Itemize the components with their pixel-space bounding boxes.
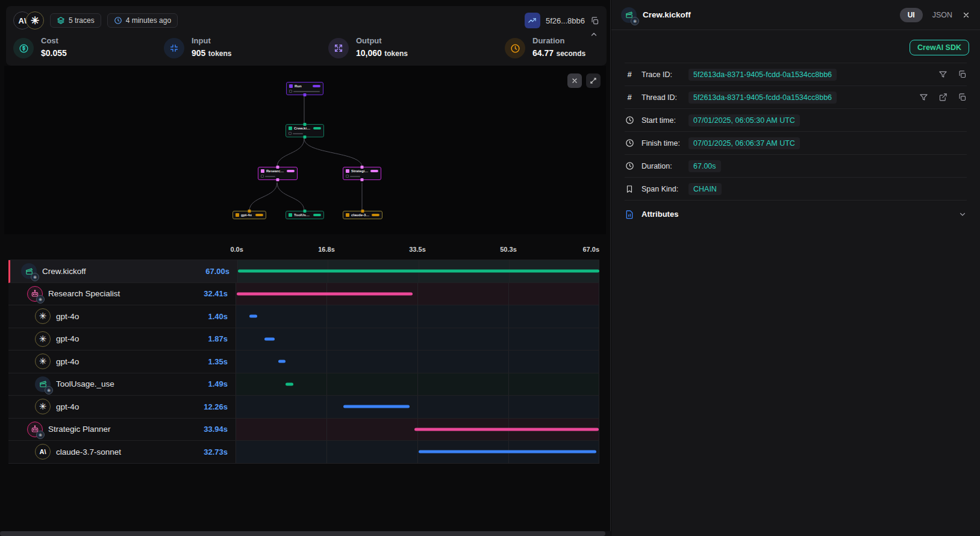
horizontal-scrollbar[interactable] — [0, 531, 611, 536]
chevron-down-icon — [958, 210, 967, 219]
collapse-chevron-up-icon[interactable] — [590, 30, 598, 39]
detail-row-icon — [625, 185, 634, 193]
span-bar — [237, 292, 413, 295]
panel-close-icon[interactable] — [962, 11, 970, 19]
graph-node-run[interactable]: Run — [286, 82, 323, 95]
node-label: Crew.kickoff — [294, 126, 311, 130]
stat-value: 64.77 — [532, 48, 554, 58]
traces-count-label: 5 traces — [69, 16, 95, 25]
filter-icon[interactable] — [938, 70, 947, 79]
waterfall-row[interactable]: ◉ Research Specialist 32.41s — [8, 283, 599, 306]
node-handle — [361, 178, 364, 181]
detail-row-actions — [919, 93, 967, 102]
node-type-icon — [261, 169, 264, 173]
row-icon: ◉ — [27, 422, 43, 437]
span-bar — [414, 428, 599, 431]
hash-icon: # — [627, 70, 631, 79]
sdk-row: CrewAI SDK — [611, 30, 980, 63]
tab-json[interactable]: JSON — [932, 11, 952, 19]
openai-icon: ✳ — [35, 399, 51, 414]
node-badge — [313, 127, 321, 129]
node-handle — [276, 178, 279, 181]
node-type-icon — [346, 169, 349, 173]
waterfall-row[interactable]: ✳ gpt-4o 1.87s — [8, 328, 599, 351]
stat-suffix: seconds — [557, 49, 586, 58]
detail-row: Span Kind: CHAIN — [625, 177, 967, 200]
graph-node-claude[interactable]: claude-3.7-sonnet — [343, 211, 382, 219]
trace-graph-canvas[interactable]: Run Crew.kickoff Research Speciali Stra — [4, 66, 606, 234]
attributes-label: Attributes — [641, 210, 678, 219]
row-icon: ✳ — [35, 331, 51, 347]
detail-row-label: Duration: — [641, 162, 688, 170]
waterfall-row[interactable]: ✳ gpt-4o 1.35s — [8, 351, 599, 373]
stat-input: Input 905 tokens — [164, 36, 328, 58]
copy-icon[interactable] — [958, 93, 967, 102]
waterfall-row[interactable]: ✳ gpt-4o 12.26s — [8, 396, 599, 419]
graph-node-crew-kickoff[interactable]: Crew.kickoff — [286, 124, 324, 137]
node-label: ToolUsage._use — [294, 213, 311, 217]
stat-suffix: tokens — [384, 49, 408, 58]
row-icon: ✳ — [35, 308, 51, 324]
copy-trace-id-icon[interactable] — [590, 16, 599, 25]
row-icon: ◉ — [21, 263, 37, 279]
copy-icon[interactable] — [958, 70, 967, 79]
span-name: gpt-4o — [56, 312, 202, 321]
tab-ui[interactable]: UI — [900, 8, 923, 22]
provider-avatars: A\ ✳ — [13, 11, 44, 30]
span-duration: 67.00s — [205, 267, 229, 276]
external-link-icon[interactable] — [938, 93, 947, 102]
node-handle — [248, 210, 251, 213]
span-duration: 1.35s — [208, 357, 228, 366]
attributes-section-header[interactable]: Attributes — [625, 200, 967, 228]
span-bar — [264, 337, 275, 340]
node-handle — [304, 136, 307, 139]
graph-close-button[interactable] — [567, 73, 582, 88]
waterfall-row[interactable]: ✳ gpt-4o 1.40s — [8, 305, 599, 328]
axis-tick-label: 16.8s — [318, 246, 335, 253]
waterfall-row[interactable]: A\ claude-3.7-sonnet 32.73s — [8, 441, 599, 464]
graph-node-tool-usage[interactable]: ToolUsage._use — [286, 211, 324, 219]
detail-row-value: 07/01/2025, 06:06:37 AM UTC — [688, 137, 800, 149]
row-icon: ✳ — [35, 399, 51, 414]
trend-button[interactable] — [525, 13, 540, 28]
node-handle — [276, 166, 279, 169]
graph-node-gpt-4o[interactable]: gpt-4o — [233, 211, 266, 219]
detail-row-icon — [625, 161, 634, 170]
bookmark-icon — [625, 185, 634, 193]
span-name: gpt-4o — [56, 334, 202, 343]
traces-count-badge[interactable]: 5 traces — [50, 13, 101, 28]
span-bar — [249, 315, 257, 318]
node-subtitle — [289, 90, 320, 93]
node-label: claude-3.7-sonnet — [351, 213, 370, 217]
span-name: gpt-4o — [56, 357, 202, 366]
axis-tick-label: 50.3s — [500, 246, 517, 253]
graph-expand-button[interactable] — [586, 73, 601, 88]
stat-label: Input — [192, 36, 232, 45]
filter-icon[interactable] — [919, 93, 928, 102]
expand-icon — [590, 77, 597, 84]
graph-node-research-specialist[interactable]: Research Speciali — [258, 167, 298, 180]
detail-rows: # Trace ID: 5f2613da-8371-9405-fcdd-0a15… — [611, 63, 980, 200]
node-type-icon — [346, 213, 349, 217]
detail-row-label: Span Kind: — [641, 185, 688, 193]
waterfall-row[interactable]: ◉ Strategic Planner 33.94s — [8, 419, 599, 441]
detail-row-icon: # — [625, 93, 634, 102]
detail-row-value: 5f2613da-8371-9405-fcdd-0a1534cc8bb6 — [688, 69, 837, 81]
node-label: Run — [295, 84, 302, 88]
detail-row-actions — [938, 70, 967, 79]
clock-icon — [625, 161, 634, 170]
waterfall-row[interactable]: ◉ ToolUsage._use 1.49s — [8, 373, 599, 396]
span-detail-panel: ◉ Crew.kickoff UI JSON CrewAI SDK # Trac… — [611, 0, 980, 536]
node-type-icon — [289, 126, 292, 130]
stat-label: Cost — [41, 36, 67, 45]
axis-tick-label: 0.0s — [230, 246, 243, 253]
span-duration: 1.40s — [208, 312, 228, 321]
trace-header-card: A\ ✳ 5 traces 4 minutes ago — [6, 6, 607, 66]
waterfall-row[interactable]: ◉ Crew.kickoff 67.00s — [8, 260, 599, 283]
close-icon — [571, 77, 578, 84]
node-handle — [304, 210, 307, 213]
stat-value: 905 — [192, 48, 205, 58]
node-type-icon — [289, 84, 293, 88]
graph-node-strategic-planner[interactable]: Strategic Planner — [343, 167, 381, 180]
crew-icon: ◉ — [21, 263, 37, 279]
